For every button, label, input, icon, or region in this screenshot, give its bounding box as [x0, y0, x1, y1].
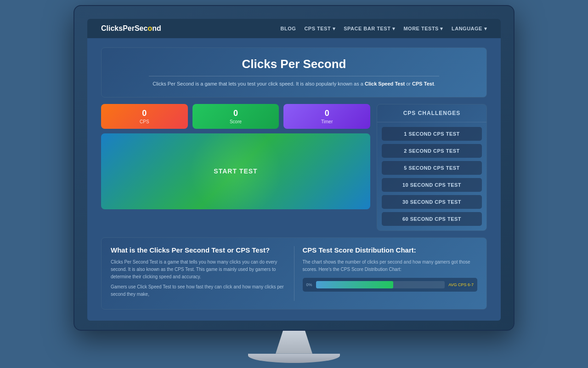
challenge-30s[interactable]: 30 SECOND CPS TEST — [382, 195, 482, 209]
nav-cps-test[interactable]: CPS TEST ▾ — [304, 26, 335, 32]
timer-stat-box: 0 Timer — [283, 104, 370, 129]
hero-description: Clicks Per Second is a game that lets yo… — [113, 80, 475, 88]
chart-container: 0% AVG CPS 6-7 — [303, 278, 478, 292]
timer-value: 0 — [290, 109, 364, 118]
challenge-5s[interactable]: 5 SECOND CPS TEST — [382, 161, 482, 175]
cps-value: 0 — [107, 109, 181, 118]
page-title: Clicks Per Second — [113, 57, 475, 71]
screen: ClicksPerSecond BLOG CPS TEST ▾ SPACE BA… — [87, 19, 501, 321]
logo-highlight: o — [147, 24, 152, 32]
monitor-stand-base — [248, 354, 340, 363]
info-right: CPS Test Score Distribution Chart: The c… — [301, 246, 478, 301]
chart-label: 0% — [306, 282, 312, 287]
info-left: What is the Clicks Per Second Test or CP… — [111, 246, 294, 301]
logo: ClicksPerSecond — [101, 24, 161, 33]
nav-language[interactable]: LANGUAGE ▾ — [452, 26, 487, 32]
page-content: Clicks Per Second Clicks Per Second is a… — [87, 38, 501, 321]
timer-label: Timer — [290, 119, 364, 124]
nav-more-tests[interactable]: MORE TESTS ▾ — [403, 26, 443, 32]
chart-avg-label: AVG CPS 6-7 — [448, 282, 474, 287]
monitor-stand-neck — [276, 331, 312, 354]
info-right-title: CPS Test Score Distribution Chart: — [303, 246, 478, 254]
hero-desc-middle: or — [405, 81, 412, 86]
game-area: 0 CPS 0 Score 0 Timer — [101, 104, 487, 231]
stats-row: 0 CPS 0 Score 0 Timer — [101, 104, 370, 129]
chart-bar-fill — [316, 281, 393, 288]
game-left: 0 CPS 0 Score 0 Timer — [101, 104, 370, 231]
hero-desc-prefix: Clicks Per Second is a game that lets yo… — [153, 81, 365, 86]
score-value: 0 — [199, 109, 273, 118]
info-section: What is the Clicks Per Second Test or CP… — [101, 237, 487, 310]
cps-stat-box: 0 CPS — [101, 104, 188, 129]
click-area[interactable]: START TEST — [101, 133, 370, 209]
nav-links: BLOG CPS TEST ▾ SPACE BAR TEST ▾ MORE TE… — [281, 26, 487, 32]
nav-space-bar-test[interactable]: SPACE BAR TEST ▾ — [344, 26, 395, 32]
monitor-body: ClicksPerSecond BLOG CPS TEST ▾ SPACE BA… — [74, 5, 514, 331]
challenge-list: 1 SECOND CPS TEST 2 SECOND CPS TEST 5 SE… — [377, 122, 486, 230]
cps-label: CPS — [107, 119, 181, 124]
chart-bar-area — [316, 281, 445, 288]
info-left-para1: Clicks Per Second Test is a game that te… — [111, 259, 286, 281]
monitor-wrapper: ClicksPerSecond BLOG CPS TEST ▾ SPACE BA… — [74, 5, 514, 363]
info-left-title: What is the Clicks Per Second Test or CP… — [111, 246, 286, 254]
score-label: Score — [199, 119, 273, 124]
hero-desc-suffix: . — [434, 81, 435, 86]
challenges-panel: CPS CHALLENGES 1 SECOND CPS TEST 2 SECON… — [377, 104, 487, 231]
navbar: ClicksPerSecond BLOG CPS TEST ▾ SPACE BA… — [87, 19, 501, 38]
hero-divider — [149, 76, 439, 76]
challenges-header: CPS CHALLENGES — [377, 104, 486, 122]
score-stat-box: 0 Score — [192, 104, 279, 129]
info-left-para2: Gamers use Click Speed Test to see how f… — [111, 283, 286, 298]
challenge-60s[interactable]: 60 SECOND CPS TEST — [382, 212, 482, 226]
hero-highlight1: Click Speed Test — [365, 81, 405, 86]
nav-blog[interactable]: BLOG — [281, 26, 296, 31]
challenge-1s[interactable]: 1 SECOND CPS TEST — [382, 127, 482, 141]
info-right-para1: The chart shows the number of clicks per… — [303, 259, 478, 273]
hero-section: Clicks Per Second Clicks Per Second is a… — [101, 47, 487, 98]
hero-highlight2: CPS Test — [412, 81, 434, 86]
challenge-10s[interactable]: 10 SECOND CPS TEST — [382, 178, 482, 192]
challenge-2s[interactable]: 2 SECOND CPS TEST — [382, 144, 482, 158]
start-test-button[interactable]: START TEST — [214, 167, 257, 175]
